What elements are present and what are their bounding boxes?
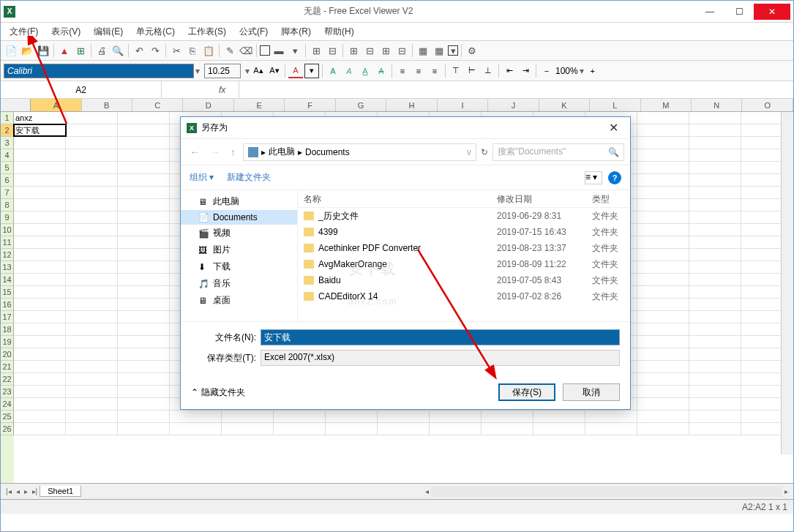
cell[interactable] [66, 199, 118, 211]
cell[interactable] [533, 423, 585, 435]
maximize-button[interactable]: ☐ [724, 4, 754, 20]
wrap-icon[interactable]: ⊟ [325, 43, 340, 58]
align-left-icon[interactable]: ≡ [395, 64, 410, 78]
row-header[interactable]: 20 [1, 348, 14, 361]
new-folder-button[interactable]: 新建文件夹 [227, 171, 271, 184]
refresh-icon[interactable]: ↻ [481, 147, 488, 157]
sheet-tab[interactable]: Sheet1 [40, 486, 81, 497]
cell[interactable] [66, 261, 118, 273]
freeze-icon[interactable]: ▦ [416, 43, 430, 58]
print-icon[interactable]: 🖨 [94, 43, 109, 58]
undo-icon[interactable]: ↶ [132, 43, 146, 58]
cell[interactable] [637, 137, 689, 149]
cell[interactable] [118, 112, 170, 124]
cell[interactable] [430, 411, 482, 422]
column-header[interactable]: M [641, 99, 692, 111]
column-header[interactable]: B [82, 99, 132, 111]
name-box[interactable]: A2 [1, 81, 162, 98]
fill-color-icon[interactable]: ▾ [304, 64, 319, 78]
pdf-icon[interactable]: ▲ [57, 43, 72, 58]
cell[interactable] [14, 236, 66, 248]
row-header[interactable]: 7 [1, 187, 14, 199]
align-right-icon[interactable]: ≡ [427, 64, 442, 78]
underline-icon[interactable]: A [358, 64, 372, 78]
cell[interactable] [66, 124, 118, 136]
cell[interactable] [689, 386, 741, 397]
column-header[interactable]: K [539, 99, 590, 111]
cell[interactable] [689, 187, 741, 198]
cell[interactable] [118, 361, 170, 372]
cell[interactable] [637, 211, 689, 223]
cell[interactable] [637, 336, 689, 348]
cell[interactable] [14, 137, 66, 149]
nav-tree-item[interactable]: 🎵音乐 [181, 275, 297, 292]
cell[interactable] [66, 348, 118, 360]
row-header[interactable]: 18 [1, 323, 14, 336]
menu-item[interactable]: 单元格(C) [130, 24, 181, 40]
font-size-select[interactable]: 10.25 [204, 64, 241, 78]
breadcrumb[interactable]: ▸ 此电脑 ▸ Documents v [243, 143, 476, 161]
cell[interactable] [118, 224, 170, 236]
row-header[interactable]: 25 [1, 411, 14, 423]
row-header[interactable]: 12 [1, 249, 14, 261]
organize-button[interactable]: 组织 ▾ [190, 171, 214, 184]
column-header[interactable]: F [285, 99, 335, 111]
cell[interactable] [689, 361, 741, 372]
cell[interactable] [637, 261, 689, 273]
cell[interactable] [66, 299, 118, 310]
file-row[interactable]: CADEditorX 142019-07-02 8:26文件夹 [298, 288, 630, 304]
cell[interactable] [585, 423, 637, 435]
cell[interactable] [66, 286, 118, 298]
cell[interactable] [689, 162, 741, 173]
font-color-icon[interactable]: A [288, 64, 303, 78]
cell[interactable] [689, 211, 741, 223]
cell[interactable] [66, 224, 118, 236]
border-icon[interactable] [260, 45, 270, 56]
sheet-nav-first-icon[interactable]: |◂ [4, 487, 14, 495]
new-icon[interactable]: 📄 [4, 43, 18, 58]
row-header[interactable]: 23 [1, 386, 14, 398]
cell[interactable] [689, 286, 741, 298]
save-icon[interactable]: 💾 [36, 43, 50, 58]
row-header[interactable]: 4 [1, 149, 14, 162]
row-header[interactable]: 11 [1, 236, 14, 249]
menu-item[interactable]: 文件(F) [4, 24, 44, 40]
cell[interactable] [689, 398, 741, 410]
cell[interactable] [222, 411, 274, 422]
cell[interactable] [689, 336, 741, 348]
cell[interactable] [689, 174, 741, 186]
italic-icon[interactable]: A [342, 64, 356, 78]
breadcrumb-item[interactable]: 此电脑 [269, 146, 295, 158]
cell[interactable] [66, 187, 118, 198]
row-header[interactable]: 5 [1, 162, 14, 174]
insert-row-icon[interactable]: ⊞ [346, 43, 361, 58]
cell[interactable]: anxz [14, 112, 66, 124]
cell[interactable] [689, 112, 741, 124]
format-icon[interactable]: ✎ [222, 43, 237, 58]
cell[interactable] [689, 149, 741, 161]
cell[interactable] [66, 149, 118, 161]
cell[interactable] [637, 373, 689, 385]
cell[interactable] [170, 423, 222, 435]
cell[interactable] [66, 112, 118, 124]
cell[interactable] [14, 411, 66, 422]
cell[interactable] [533, 411, 585, 422]
font-name-select[interactable]: Calibri [4, 64, 194, 78]
cell[interactable] [637, 411, 689, 422]
cell[interactable] [118, 373, 170, 385]
column-header[interactable]: I [438, 99, 488, 111]
row-header[interactable]: 8 [1, 199, 14, 211]
cell[interactable] [118, 162, 170, 173]
cell[interactable] [637, 323, 689, 335]
close-button[interactable]: ✕ [754, 4, 790, 20]
cell[interactable] [637, 286, 689, 298]
row-header[interactable]: 19 [1, 336, 14, 348]
column-header[interactable]: L [590, 99, 640, 111]
fill-icon[interactable]: ▬ [271, 43, 286, 58]
cell[interactable] [66, 211, 118, 223]
cell[interactable] [326, 411, 378, 422]
bold-icon[interactable]: A [326, 64, 340, 78]
clear-icon[interactable]: ⌫ [239, 43, 253, 58]
cell[interactable] [14, 386, 66, 397]
cell[interactable] [14, 398, 66, 410]
